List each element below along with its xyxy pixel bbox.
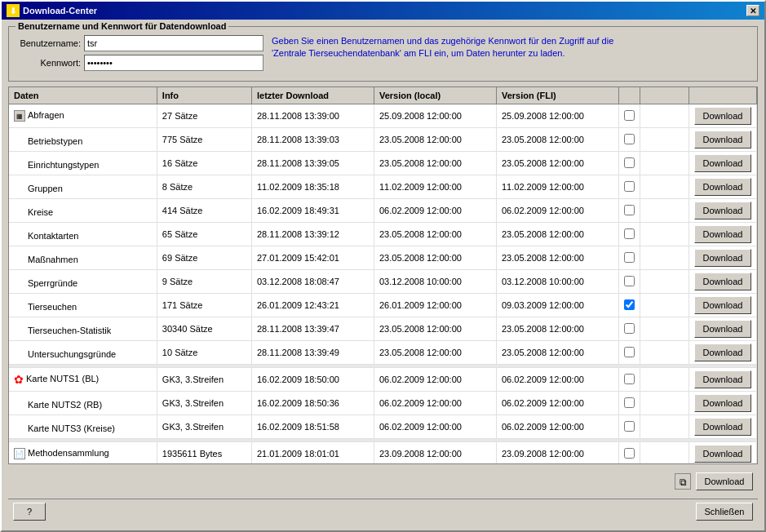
- username-label: Benutzername:: [15, 38, 81, 48]
- cell-version-fli: 06.02.2009 12:00:00: [496, 392, 618, 415]
- download-button-10[interactable]: Download: [694, 344, 751, 361]
- star-icon: ✿: [14, 373, 24, 386]
- cell-checkbox[interactable]: [619, 317, 640, 341]
- cell-info: 30340 Sätze: [157, 317, 251, 341]
- cell-checkbox[interactable]: [619, 442, 640, 465]
- cell-checkbox[interactable]: [619, 415, 640, 439]
- row-checkbox-6[interactable]: [624, 252, 635, 263]
- download-button-9[interactable]: Download: [694, 320, 751, 338]
- row-checkbox-3[interactable]: [624, 181, 635, 192]
- cell-checkbox[interactable]: [619, 128, 640, 152]
- cell-version-fli: 23.09.2008 12:00:00: [496, 442, 618, 465]
- username-input[interactable]: [84, 35, 263, 51]
- table-header-row: Daten Info letzter Download Version (loc…: [9, 87, 757, 104]
- download-button-4[interactable]: Download: [694, 202, 751, 219]
- data-table-container: Daten Info letzter Download Version (loc…: [8, 86, 758, 464]
- cell-version-local: 23.05.2008 12:00:00: [374, 317, 496, 341]
- row-checkbox-12[interactable]: [624, 397, 635, 408]
- download-button-13[interactable]: Download: [694, 418, 751, 436]
- cell-checkbox[interactable]: [619, 152, 640, 175]
- cell-name: Gruppen: [9, 175, 157, 199]
- cell-download[interactable]: Download: [689, 128, 757, 152]
- cell-version-local: 23.05.2008 12:00:00: [374, 246, 496, 270]
- cell-checkbox[interactable]: [619, 270, 640, 294]
- cell-version-local: 06.02.2009 12:00:00: [374, 199, 496, 223]
- cell-empty: [640, 152, 689, 175]
- row-checkbox-14[interactable]: [624, 448, 635, 459]
- cell-checkbox[interactable]: [619, 223, 640, 246]
- cell-last-download: 16.02.2009 18:50:00: [251, 368, 374, 392]
- cell-version-local: 23.05.2008 12:00:00: [374, 341, 496, 365]
- cell-download[interactable]: Download: [689, 392, 757, 415]
- title-bar: ⬇ Download-Center ✕: [2, 2, 764, 20]
- cell-download[interactable]: Download: [689, 223, 757, 246]
- cell-name: Karte NUTS3 (Kreise): [9, 415, 157, 439]
- row-checkbox-10[interactable]: [624, 347, 635, 357]
- cell-download[interactable]: Download: [689, 199, 757, 223]
- cell-checkbox[interactable]: [619, 246, 640, 270]
- download-button-14[interactable]: Download: [694, 445, 751, 463]
- password-row: Kennwort:: [15, 55, 263, 71]
- download-button-2[interactable]: Download: [694, 154, 751, 172]
- copy-icon[interactable]: ⧉: [675, 473, 691, 490]
- download-button-11[interactable]: Download: [694, 370, 751, 388]
- cell-download[interactable]: Download: [689, 317, 757, 341]
- row-checkbox-9[interactable]: [624, 323, 635, 334]
- row-checkbox-4[interactable]: [624, 205, 635, 215]
- cell-name: Kontaktarten: [9, 223, 157, 246]
- download-button-1[interactable]: Download: [694, 131, 751, 149]
- row-checkbox-0[interactable]: [624, 110, 635, 121]
- download-button-7[interactable]: Download: [694, 273, 751, 290]
- cell-download[interactable]: Download: [689, 368, 757, 392]
- col-version-fli: Version (FLI): [496, 87, 618, 104]
- window-body: Benutzername und Kennwort für Datendownl…: [2, 20, 764, 530]
- row-checkbox-5[interactable]: [624, 228, 635, 239]
- close-button-footer[interactable]: Schließen: [696, 503, 753, 521]
- cell-download[interactable]: Download: [689, 246, 757, 270]
- cell-checkbox[interactable]: [619, 104, 640, 128]
- cell-download[interactable]: Download: [689, 341, 757, 365]
- cell-download[interactable]: Download: [689, 294, 757, 317]
- help-button[interactable]: ?: [13, 503, 46, 521]
- cell-download[interactable]: Download: [689, 152, 757, 175]
- download-button-12[interactable]: Download: [694, 394, 751, 412]
- col-info: Info: [157, 87, 251, 104]
- download-button-0[interactable]: Download: [694, 107, 751, 125]
- table-row: Untersuchungsgründe 10 Sätze 28.11.2008 …: [9, 341, 757, 365]
- table-row: Maßnahmen 69 Sätze 27.01.2009 15:42:01 2…: [9, 246, 757, 270]
- download-button-3[interactable]: Download: [694, 178, 751, 196]
- cell-checkbox[interactable]: [619, 199, 640, 223]
- row-checkbox-11[interactable]: [624, 374, 635, 384]
- download-all-button[interactable]: Download: [696, 472, 753, 490]
- password-input[interactable]: [84, 55, 263, 71]
- cell-checkbox[interactable]: [619, 368, 640, 392]
- cell-checkbox[interactable]: [619, 392, 640, 415]
- cell-checkbox[interactable]: [619, 294, 640, 317]
- cell-info: 69 Sätze: [157, 246, 251, 270]
- download-button-5[interactable]: Download: [694, 225, 751, 243]
- cell-checkbox[interactable]: [619, 175, 640, 199]
- cell-download[interactable]: Download: [689, 442, 757, 465]
- row-checkbox-13[interactable]: [624, 421, 635, 432]
- row-checkbox-1[interactable]: [624, 134, 635, 144]
- col-extra: [640, 87, 689, 104]
- cell-name: Sperrgründe: [9, 270, 157, 294]
- download-button-8[interactable]: Download: [694, 296, 751, 314]
- cell-info: 171 Sätze: [157, 294, 251, 317]
- cell-download[interactable]: Download: [689, 104, 757, 128]
- cell-last-download: 27.01.2009 15:42:01: [251, 246, 374, 270]
- table-row: Einrichtungstypen 16 Sätze 28.11.2008 13…: [9, 152, 757, 175]
- cell-checkbox[interactable]: [619, 341, 640, 365]
- download-button-6[interactable]: Download: [694, 249, 751, 267]
- close-button[interactable]: ✕: [746, 5, 759, 16]
- cell-download[interactable]: Download: [689, 175, 757, 199]
- data-table: Daten Info letzter Download Version (loc…: [9, 87, 757, 464]
- col-action: [689, 87, 757, 104]
- row-checkbox-7[interactable]: [624, 276, 635, 286]
- row-checkbox-2[interactable]: [624, 157, 635, 168]
- cell-version-local: 23.05.2008 12:00:00: [374, 128, 496, 152]
- cell-download[interactable]: Download: [689, 270, 757, 294]
- cell-download[interactable]: Download: [689, 415, 757, 439]
- grid-icon: ▦: [14, 110, 25, 122]
- row-checkbox-8[interactable]: [624, 299, 635, 310]
